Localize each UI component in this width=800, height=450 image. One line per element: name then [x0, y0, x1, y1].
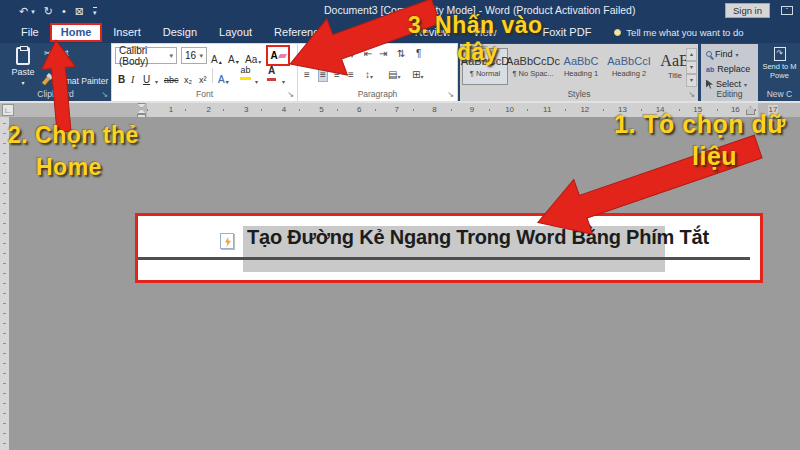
styles-scroll-down-icon[interactable]: ▾	[686, 61, 697, 74]
clipboard-dialog-launcher-icon[interactable]: ↘	[101, 91, 108, 99]
customize-qat-button[interactable]: ▾	[93, 7, 97, 16]
send-to-icon[interactable]: ↷	[774, 47, 786, 61]
annotation-box-selected-text: Tạo Đường Kẻ Ngang Trong Word Bằng Phím …	[135, 213, 763, 283]
styles-group-label: Styles	[460, 88, 698, 100]
italic-button[interactable]: I	[131, 68, 134, 85]
show-paragraph-marks-button[interactable]: ¶	[416, 49, 421, 59]
pilcrow-icon: ¶	[416, 49, 421, 59]
change-case-button[interactable]: Aa ▾	[245, 48, 261, 65]
paste-dropdown-icon[interactable]: ▾	[21, 79, 24, 86]
paragraph-dialog-launcher-icon[interactable]: ↘	[447, 91, 454, 99]
tab-selector-button[interactable]: ∟	[2, 104, 14, 116]
tab-references[interactable]: References	[263, 22, 341, 43]
step3-label-line2: đây	[457, 39, 498, 66]
up-caret-icon: ▴	[219, 59, 222, 65]
eraser-icon	[278, 54, 287, 58]
font-size-combobox[interactable]: 16 ▾	[181, 47, 207, 64]
style-name: Heading 2	[612, 69, 646, 78]
borders-button[interactable]: ⊞▾	[412, 70, 423, 80]
increase-indent-button[interactable]: ⇥	[379, 49, 387, 59]
vertical-ruler	[0, 117, 9, 450]
find-button[interactable]: Find ▾	[706, 49, 739, 59]
highlight-dropdown-icon[interactable]: ▾	[255, 68, 258, 85]
step3-label-line1: 3. Nhấn vào	[408, 12, 543, 39]
tab-layout[interactable]: Layout	[208, 22, 263, 43]
style-preview: AaBbCcDc	[506, 56, 560, 67]
style-name: ¶ No Spac...	[512, 69, 553, 78]
style-no-spacing[interactable]: AaBbCcDc ¶ No Spac...	[510, 48, 556, 85]
font-color-bar	[267, 78, 276, 81]
tab-design[interactable]: Design	[152, 22, 208, 43]
addin-group-label: New C	[759, 88, 800, 100]
grow-font-button[interactable]: A ▴	[211, 48, 222, 65]
sign-in-button[interactable]: Sign in	[725, 3, 770, 18]
text-effects-button[interactable]: A ▾	[218, 68, 229, 85]
font-dialog-launcher-icon[interactable]: ↘	[287, 91, 294, 99]
align-right-button[interactable]: ≡	[334, 70, 340, 80]
ribbon-tab-bar: File Home Insert Design Layout Reference…	[0, 22, 800, 43]
align-left-button[interactable]: ≡	[304, 70, 310, 80]
font-size-value: 16	[185, 50, 196, 61]
font-group-label: Font	[112, 88, 297, 100]
undo-dropdown-icon[interactable]: ▾	[31, 8, 35, 15]
replace-button[interactable]: ab Replace	[706, 64, 750, 74]
document-heading-text[interactable]: Tạo Đường Kẻ Ngang Trong Word Bằng Phím …	[247, 226, 709, 249]
style-name: Heading 1	[564, 69, 598, 78]
separator-dot-icon: •	[62, 6, 66, 17]
format-painter-button[interactable]: Format Painter	[44, 76, 108, 86]
multilevel-list-icon: ≣	[342, 49, 350, 59]
multilevel-list-button[interactable]: ≣▾	[342, 49, 353, 59]
strikethrough-button[interactable]: abc	[164, 68, 179, 85]
touch-mode-button[interactable]: ⊠	[75, 6, 84, 17]
undo-button[interactable]: ↶	[19, 6, 28, 17]
align-left-icon: ≡	[304, 70, 310, 80]
tab-file[interactable]: File	[10, 22, 50, 43]
shading-button[interactable]: ▤▾	[388, 70, 400, 80]
first-line-indent-marker[interactable]	[137, 103, 146, 108]
superscript-button[interactable]: x²	[199, 68, 207, 85]
styles-gallery-more-icon[interactable]: ▾	[686, 74, 697, 87]
font-family-combobox[interactable]: Calibri (Body) ▾	[115, 47, 177, 64]
ruler-number: 12	[580, 105, 590, 115]
tell-me-box[interactable]: Tell me what you want to do	[614, 27, 743, 38]
clipboard-group-label: Clipboard	[0, 88, 111, 100]
justify-button[interactable]: ≡	[348, 70, 354, 80]
tab-home[interactable]: Home	[50, 23, 103, 42]
font-color-button[interactable]: A	[267, 66, 276, 83]
text-highlight-button[interactable]: ab	[240, 66, 251, 83]
style-heading-1[interactable]: AaBbC Heading 1	[558, 48, 604, 85]
superscript-label: x²	[199, 76, 207, 85]
line-spacing-button[interactable]: ↕▾	[365, 70, 373, 80]
document-area[interactable]: Tạo Đường Kẻ Ngang Trong Word Bằng Phím …	[0, 117, 800, 450]
redo-button[interactable]: ↻	[44, 6, 53, 17]
autocorrect-options-icon[interactable]	[220, 233, 234, 249]
clipboard-group: Paste ▾ ✂ Cut Format Painter Clipboard ↘	[0, 43, 111, 101]
font-color-dropdown-icon[interactable]: ▾	[282, 68, 285, 85]
bullets-button[interactable]: ∷	[304, 49, 310, 59]
numbering-button[interactable]: ⋮	[322, 49, 332, 59]
style-preview: AaBbCcI	[607, 56, 650, 67]
underline-button[interactable]: U	[143, 68, 150, 85]
cut-label: Cut	[55, 48, 68, 58]
decrease-indent-button[interactable]: ⇤	[364, 49, 372, 59]
sort-button[interactable]: ⇅	[397, 49, 405, 59]
ribbon-display-options-icon[interactable]: ˆ	[781, 6, 793, 15]
font-group: Calibri (Body) ▾ 16 ▾ A ▴ A ▾ Aa ▾ A	[112, 44, 297, 101]
clear-formatting-button[interactable]: A	[266, 45, 290, 66]
underline-dropdown-icon[interactable]: ▾	[155, 68, 158, 85]
increase-indent-icon: ⇥	[379, 49, 387, 59]
align-center-button[interactable]: ≡	[318, 68, 328, 82]
divider	[212, 68, 213, 83]
styles-scroll-up-icon[interactable]: ▴	[686, 48, 697, 61]
style-heading-2[interactable]: AaBbCcI Heading 2	[606, 48, 652, 85]
styles-dialog-launcher-icon[interactable]: ↘	[688, 91, 695, 99]
chevron-down-icon: ▾	[350, 53, 353, 59]
bold-button[interactable]: B	[118, 68, 125, 85]
subscript-button[interactable]: x₂	[184, 68, 192, 85]
step1-label-line2: liệu	[692, 142, 737, 171]
shrink-font-button[interactable]: A ▾	[228, 48, 239, 65]
ruler-number: 10	[505, 105, 515, 115]
tab-mailings[interactable]: Mailings	[341, 22, 403, 43]
cut-button[interactable]: ✂ Cut	[44, 48, 68, 58]
tab-insert[interactable]: Insert	[102, 22, 152, 43]
